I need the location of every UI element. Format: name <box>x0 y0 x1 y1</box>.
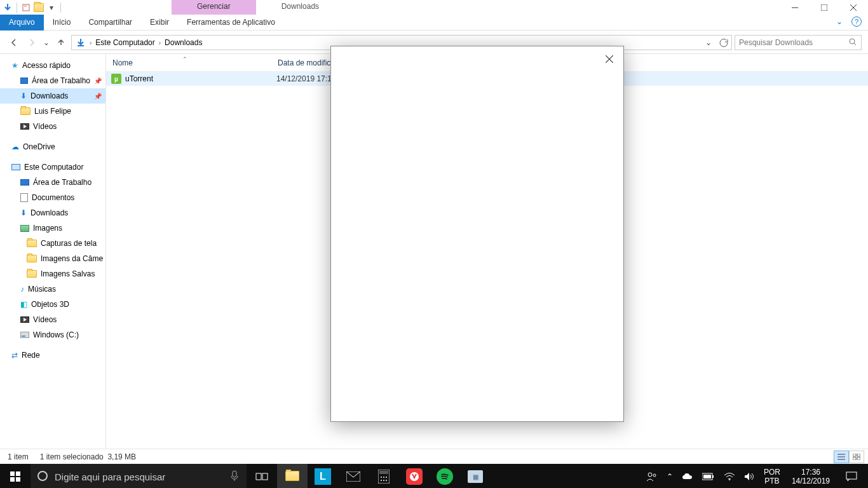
tree-desktop[interactable]: Área de Trabalho📌 <box>0 73 105 88</box>
tree-images[interactable]: Imagens <box>0 220 105 236</box>
taskbar-search[interactable]: Digite aqui para pesquisar <box>31 464 247 488</box>
people-icon[interactable] <box>644 471 660 482</box>
cube-icon: ◧ <box>20 300 27 309</box>
taskbar-calculator[interactable] <box>369 464 399 488</box>
breadcrumb-current[interactable]: Downloads <box>162 36 205 50</box>
folder-icon <box>27 240 37 247</box>
taskbar-mail[interactable] <box>338 464 369 488</box>
svg-rect-4 <box>853 454 856 456</box>
contextual-tabs: Gerenciar Downloads <box>172 0 344 15</box>
breadcrumb-root[interactable]: Este Computador <box>93 36 157 50</box>
tree-saved-images[interactable]: Imagens Salvas <box>0 266 105 281</box>
tree-label: Rede <box>22 351 40 360</box>
tree-c-drive[interactable]: Windows (C:) <box>0 327 105 342</box>
tree-downloads-pc[interactable]: ⬇Downloads <box>0 205 105 220</box>
tree-label: Vídeos <box>33 315 57 324</box>
tree-label: Luis Felipe <box>34 107 71 116</box>
address-history-dropdown[interactable]: ⌄ <box>701 36 716 50</box>
clock-time: 17:36 <box>792 468 830 477</box>
tree-network[interactable]: ⇄Rede <box>0 348 105 363</box>
system-tray: ⌃ PORPTB 17:3614/12/2019 <box>644 464 868 488</box>
task-view-button[interactable] <box>247 464 277 488</box>
forward-button[interactable] <box>24 35 39 50</box>
wifi-icon[interactable] <box>722 472 737 481</box>
lang-line1: POR <box>764 468 780 477</box>
star-icon: ★ <box>11 61 18 70</box>
tab-view[interactable]: Exibir <box>141 15 178 30</box>
taskbar-app-generic[interactable]: ▦ <box>460 464 491 488</box>
tree-camera-images[interactable]: Imagens da Câme <box>0 251 105 266</box>
quick-access-toolbar: ▾ <box>0 0 62 15</box>
address-icon[interactable] <box>73 36 88 50</box>
properties-icon[interactable] <box>21 3 31 13</box>
svg-point-31 <box>729 479 730 480</box>
tree-videos-pc[interactable]: Vídeos <box>0 312 105 327</box>
modal-close-button[interactable] <box>602 51 617 67</box>
tab-apptools[interactable]: Ferramentas de Aplicativo <box>178 15 284 30</box>
chevron-right-icon[interactable]: › <box>88 39 93 46</box>
up-button[interactable] <box>53 35 69 50</box>
qat-dropdown-icon[interactable]: ▾ <box>46 3 57 13</box>
tree-3d-objects[interactable]: ◧Objetos 3D <box>0 297 105 312</box>
tree-this-pc[interactable]: Este Computador <box>0 159 105 175</box>
tree-label: Área de Trabalho <box>33 178 92 187</box>
search-input[interactable]: Pesquisar Downloads <box>735 35 862 50</box>
svg-rect-1 <box>24 6 27 6</box>
tray-expand-icon[interactable]: ⌃ <box>665 472 675 481</box>
window-controls <box>780 0 868 15</box>
chevron-right-icon[interactable]: › <box>158 39 162 46</box>
separator <box>60 3 61 13</box>
tree-downloads[interactable]: ⬇Downloads📌 <box>0 88 105 104</box>
tree-label: Objetos 3D <box>31 300 69 309</box>
tree-label: Área de Trabalho <box>32 76 90 85</box>
maximize-button[interactable] <box>810 0 839 15</box>
taskbar-clock[interactable]: 17:3614/12/2019 <box>788 468 834 486</box>
taskbar-vivaldi[interactable] <box>399 464 430 488</box>
status-selected: 1 item selecionado 3,19 MB <box>40 452 136 461</box>
tree-quick-access[interactable]: ★Acesso rápido <box>0 58 105 73</box>
battery-icon[interactable] <box>700 473 717 480</box>
svg-rect-11 <box>16 477 20 482</box>
tree-music[interactable]: ♪Músicas <box>0 281 105 297</box>
tree-videos[interactable]: Vídeos <box>0 119 105 134</box>
details-view-button[interactable] <box>834 451 849 463</box>
close-button[interactable] <box>839 0 868 15</box>
music-icon: ♪ <box>20 285 24 294</box>
image-icon <box>20 225 29 232</box>
taskbar-app-l[interactable]: L <box>308 464 338 488</box>
onedrive-tray-icon[interactable] <box>680 473 695 480</box>
ribbon-right: ⌄ ? <box>836 17 862 27</box>
manage-tab-header[interactable]: Gerenciar <box>172 0 256 15</box>
tree-label: Documentos <box>32 193 74 202</box>
language-indicator[interactable]: PORPTB <box>761 468 783 486</box>
taskbar-file-explorer[interactable] <box>277 464 308 488</box>
start-button[interactable] <box>0 464 31 488</box>
microphone-icon[interactable] <box>230 470 239 484</box>
taskbar-spotify[interactable] <box>430 464 460 488</box>
svg-rect-14 <box>256 473 261 480</box>
tree-label: Imagens da Câme <box>41 254 103 263</box>
column-name[interactable]: Nome⌃ <box>106 58 271 67</box>
action-center-button[interactable] <box>839 464 864 488</box>
video-icon <box>20 123 29 130</box>
help-icon[interactable]: ? <box>851 17 862 27</box>
folder-icon[interactable] <box>34 3 44 13</box>
tree-user-folder[interactable]: Luis Felipe <box>0 104 105 119</box>
tab-share[interactable]: Compartilhar <box>79 15 141 30</box>
tree-desktop-pc[interactable]: Área de Trabalho <box>0 175 105 190</box>
refresh-button[interactable] <box>716 36 731 50</box>
tab-file[interactable]: Arquivo <box>0 15 44 30</box>
recent-dropdown[interactable]: ⌄ <box>42 35 51 50</box>
volume-icon[interactable] <box>742 472 756 481</box>
search-icon[interactable] <box>848 37 857 48</box>
back-button[interactable] <box>6 35 22 50</box>
expand-ribbon-icon[interactable]: ⌄ <box>836 17 843 26</box>
tree-documents[interactable]: Documentos <box>0 190 105 205</box>
download-arrow-icon[interactable] <box>3 3 13 13</box>
tab-home[interactable]: Início <box>44 15 80 30</box>
tree-onedrive[interactable]: ☁OneDrive <box>0 139 105 154</box>
thumbnails-view-button[interactable] <box>849 451 864 463</box>
minimize-button[interactable] <box>780 0 810 15</box>
tree-screenshots[interactable]: Capturas de tela <box>0 236 105 251</box>
taskbar-apps: L ▦ <box>247 464 491 488</box>
